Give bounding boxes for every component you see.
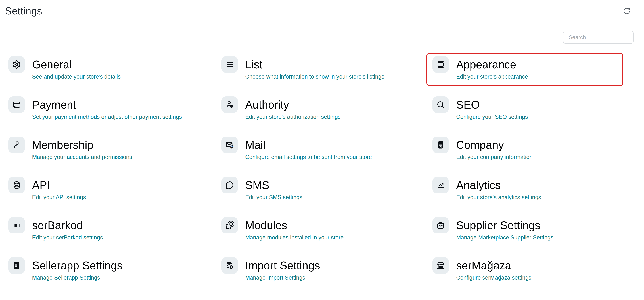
user-gear-icon [222,97,238,113]
card-title: API [32,177,86,193]
card-description-link[interactable]: Edit your company information [456,154,533,160]
settings-card-company[interactable]: Company Edit your company information [432,137,533,177]
chart-line-icon [432,177,449,193]
card-description-link[interactable]: Edit your API settings [32,194,86,201]
svg-text:@: @ [230,145,234,149]
settings-card-analytics[interactable]: Analytics Edit your store's analytics se… [432,177,541,217]
mail-at-icon: @ [222,137,238,153]
refresh-button[interactable] [623,6,633,16]
card-title: General [32,56,121,73]
puzzle-icon [222,217,238,233]
settings-card-general[interactable]: General See and update your store's deta… [8,56,121,97]
card-description-link[interactable]: Set your payment methods or adjust other… [32,114,182,120]
settings-card-payment[interactable]: Payment Set your payment methods or adju… [8,97,182,137]
card-description-link[interactable]: Edit your SMS settings [245,194,302,201]
card-title: Payment [32,97,182,113]
card-title: Analytics [456,177,541,193]
toolbar [0,31,644,44]
card-title: Appearance [456,56,528,73]
settings-card-appearance[interactable]: Appearance Edit your store's appearance [432,56,528,97]
building-icon [432,137,449,153]
settings-card-sermagaza[interactable]: serMağaza Configure serMağaza settings [432,257,531,297]
magnifier-icon [432,97,449,113]
card-title: Membership [32,137,132,153]
card-title: SMS [245,177,302,193]
settings-card-sms[interactable]: SMS Edit your SMS settings [222,177,302,217]
settings-card-modules[interactable]: Modules Manage modules installed in your… [222,217,344,257]
search-box [563,31,634,44]
settings-card-api[interactable]: API Edit your API settings [8,177,86,217]
card-description-link[interactable]: See and update your store's details [32,74,121,80]
card-title: Import Settings [245,257,320,274]
settings-grid: General See and update your store's deta… [8,56,644,297]
credit-card-icon [8,97,25,113]
card-title: Supplier Settings [456,217,553,233]
card-title: serMağaza [456,257,531,274]
gallery-vertical-icon [432,56,449,73]
settings-card-list[interactable]: List Choose what information to show in … [222,56,384,97]
settings-card-seo[interactable]: SEO Configure your SEO settings [432,97,528,137]
settings-card-import-settings[interactable]: Import Settings Manage Import Settings [222,257,320,297]
card-description-link[interactable]: Manage Import Settings [245,274,305,281]
header: Settings [0,0,644,22]
briefcase-icon [432,217,449,233]
database-download-icon [222,257,238,274]
receipt-icon [8,257,25,274]
card-title: Mail [245,137,372,153]
settings-card-sellerapp-settings[interactable]: Sellerapp Settings Manage Sellerapp Sett… [8,257,122,297]
settings-card-authority[interactable]: Authority Edit your store's authorizatio… [222,97,340,137]
card-title: Authority [245,97,340,113]
page-title: Settings [5,5,42,17]
card-description-link[interactable]: Choose what information to show in your … [245,74,384,80]
card-title: Sellerapp Settings [32,257,122,274]
card-description-link[interactable]: Edit your store's analytics settings [456,194,541,201]
card-description-link[interactable]: Configure serMağaza settings [456,274,531,281]
refresh-icon [623,7,633,15]
search-input[interactable] [563,31,634,44]
card-title: SEO [456,97,528,113]
card-title: List [245,56,384,73]
settings-card-serbarkod[interactable]: serBarkod Edit your serBarkod settings [8,217,103,257]
card-description-link[interactable]: Manage your accounts and permissions [32,154,132,160]
storefront-icon [432,257,449,274]
card-title: Modules [245,217,344,233]
settings-card-membership[interactable]: Membership Manage your accounts and perm… [8,137,132,177]
card-description-link[interactable]: Edit your serBarkod settings [32,234,103,241]
chat-bubble-icon [222,177,238,193]
database-icon [8,177,25,193]
card-description-link[interactable]: Edit your store's authorization settings [245,114,340,120]
card-description-link[interactable]: Manage Sellerapp Settings [32,274,100,281]
list-lines-icon [222,56,238,73]
card-description-link[interactable]: Configure email settings to be sent from… [245,154,372,160]
card-description-link[interactable]: Configure your SEO settings [456,114,528,120]
card-description-link[interactable]: Manage Marketplace Supplier Settings [456,234,553,241]
card-title: Company [456,137,533,153]
card-title: serBarkod [32,217,103,233]
settings-card-mail[interactable]: @ Mail Configure email settings to be se… [222,137,372,177]
card-description-link[interactable]: Manage modules installed in your store [245,234,344,241]
settings-card-supplier-settings[interactable]: Supplier Settings Manage Marketplace Sup… [432,217,553,257]
card-description-link[interactable]: Edit your store's appearance [456,74,528,80]
barcode-icon [8,217,25,233]
user-icon [8,137,25,153]
gear-icon [8,56,25,73]
